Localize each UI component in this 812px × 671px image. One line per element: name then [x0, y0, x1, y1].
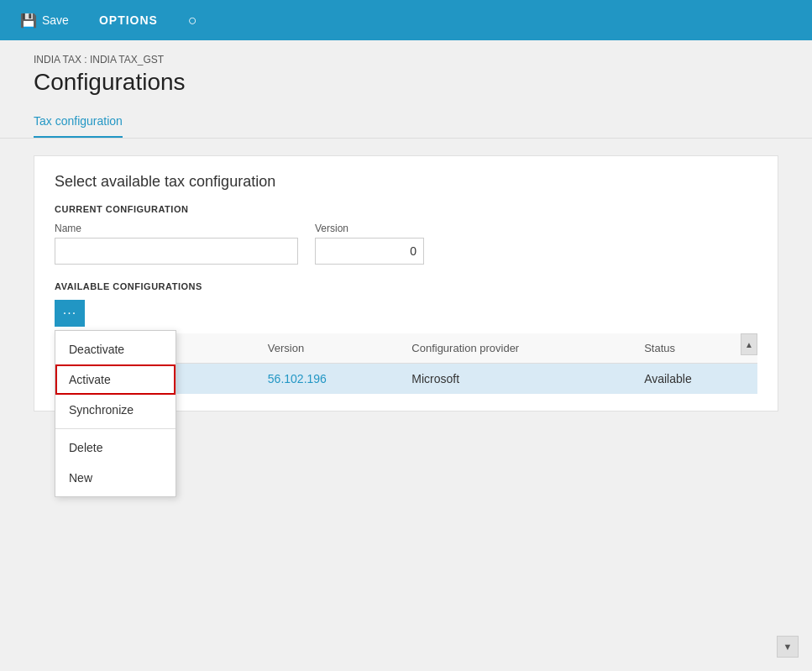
- dropdown-menu: Deactivate Activate Synchronize Delete N…: [55, 330, 176, 497]
- current-config-label: CURRENT CONFIGURATION: [55, 204, 757, 214]
- card-title: Select available tax configuration: [55, 173, 757, 191]
- more-options-button[interactable]: ···: [55, 300, 85, 327]
- scroll-up-button[interactable]: ▲: [741, 333, 757, 355]
- options-button[interactable]: OPTIONS: [92, 10, 165, 30]
- tabs-bar: Tax configuration: [0, 106, 812, 139]
- cell-version: 56.102.196: [258, 364, 401, 395]
- available-label: AVAILABLE CONFIGURATIONS: [55, 281, 757, 291]
- dropdown-deactivate[interactable]: Deactivate: [55, 334, 175, 364]
- col-version: Version: [258, 333, 401, 364]
- breadcrumb: INDIA TAX : INDIA TAX_GST: [34, 54, 778, 66]
- version-link[interactable]: 56.102.196: [268, 372, 327, 385]
- cell-provider: Microsoft: [401, 364, 634, 395]
- save-label: Save: [42, 13, 69, 27]
- dropdown-separator: [55, 428, 175, 429]
- fields-row: Name Version: [55, 223, 757, 265]
- name-input[interactable]: [55, 238, 298, 265]
- save-icon: 💾: [20, 13, 37, 29]
- main-content: Select available tax configuration CURRE…: [0, 139, 812, 428]
- col-provider: Configuration provider: [401, 333, 634, 364]
- version-input[interactable]: [315, 238, 424, 265]
- save-button[interactable]: 💾 Save: [13, 9, 76, 32]
- name-field-group: Name: [55, 223, 298, 265]
- toolbar: 💾 Save OPTIONS ○: [0, 0, 812, 40]
- version-field-group: Version: [315, 223, 424, 265]
- dropdown-activate[interactable]: Activate: [55, 364, 175, 395]
- search-button[interactable]: ○: [181, 8, 204, 33]
- page-title: Configurations: [34, 69, 778, 96]
- cell-status: Available: [634, 364, 757, 395]
- dropdown-delete[interactable]: Delete: [55, 432, 175, 463]
- name-label: Name: [55, 223, 298, 234]
- version-label: Version: [315, 223, 424, 234]
- col-status: Status: [634, 333, 757, 364]
- page-header: INDIA TAX : INDIA TAX_GST Configurations: [0, 40, 812, 96]
- tab-tax-configuration[interactable]: Tax configuration: [34, 106, 123, 138]
- config-card: Select available tax configuration CURRE…: [34, 155, 778, 412]
- dropdown-synchronize[interactable]: Synchronize: [55, 395, 175, 425]
- table-toolbar: ··· Deactivate Activate Synchronize Dele…: [55, 300, 757, 327]
- scroll-down-button[interactable]: ▼: [777, 636, 799, 658]
- dropdown-new[interactable]: New: [55, 463, 175, 493]
